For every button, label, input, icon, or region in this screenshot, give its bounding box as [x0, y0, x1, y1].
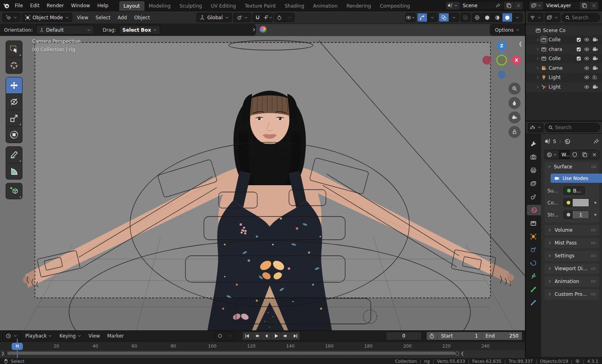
properties-tab-constraints[interactable]	[526, 258, 541, 268]
shading-dropdown[interactable]	[513, 13, 522, 22]
tool-annotate[interactable]	[6, 146, 22, 163]
strength-socket-button[interactable]	[564, 211, 573, 218]
properties-editor-dropdown[interactable]	[528, 123, 543, 132]
eye-icon[interactable]	[584, 84, 590, 90]
viewlayer-remove-button[interactable]	[589, 2, 598, 10]
workspace-tab-uv-editing[interactable]: UV Editing	[206, 1, 240, 11]
eye-icon[interactable]	[584, 37, 590, 42]
playback-last-button[interactable]	[291, 332, 300, 340]
properties-tab-object[interactable]	[526, 231, 541, 242]
strength-value[interactable]: 1	[573, 211, 589, 218]
timeline-menu-view[interactable]: View	[85, 332, 104, 340]
expand-icon[interactable]	[536, 47, 540, 51]
properties-tab-render[interactable]	[526, 152, 541, 162]
checkbox-icon[interactable]	[576, 37, 581, 42]
shading-solid[interactable]	[482, 13, 492, 22]
surface-shader-dropdown[interactable]: B...	[563, 186, 585, 195]
3d-viewport[interactable]: Camera Perspective (0) Collection | rig …	[0, 36, 525, 330]
viewport-menu-object[interactable]: Object	[130, 14, 153, 22]
eye-icon[interactable]	[584, 56, 590, 61]
workspace-tab-shading[interactable]: Shading	[280, 1, 309, 11]
shading-wireframe[interactable]	[472, 13, 482, 22]
color-widget[interactable]	[563, 198, 589, 207]
expand-icon[interactable]	[536, 75, 540, 79]
menu-render[interactable]: Render	[43, 2, 67, 10]
timeline-ruler[interactable]: 0 20406080100120140160180200220240	[0, 342, 525, 351]
pivot-dropdown[interactable]	[233, 13, 251, 22]
workspace-tab-rendering[interactable]: Rendering	[342, 1, 375, 11]
frame-end-field[interactable]: End250	[482, 332, 522, 340]
color-socket-button[interactable]	[564, 199, 573, 206]
drag-dots-icon[interactable]	[591, 164, 596, 170]
overlays-toggle[interactable]	[439, 13, 449, 22]
playback-play-button[interactable]	[271, 332, 281, 340]
nav-zoomin-button[interactable]	[508, 83, 521, 95]
options-dropdown[interactable]: Options	[490, 24, 525, 36]
timeline-menu-playback[interactable]: Playback	[22, 332, 56, 340]
playback-prevkey-button[interactable]	[252, 332, 262, 340]
panel-mist-pass[interactable]: Mist Pass	[545, 238, 599, 248]
nav-camview-button[interactable]	[508, 111, 521, 123]
fake-user-button[interactable]	[569, 150, 580, 159]
properties-tab-world[interactable]	[527, 205, 541, 215]
menu-help[interactable]: Help	[94, 2, 112, 10]
pin-icon[interactable]	[594, 139, 599, 144]
proportional-falloff-dropdown[interactable]	[285, 13, 294, 22]
frame-start-field[interactable]: Start1	[437, 332, 482, 340]
playback-prev-button[interactable]	[262, 332, 271, 340]
playback-nextkey-button[interactable]	[281, 332, 291, 340]
properties-tab-physics[interactable]	[526, 245, 541, 255]
timeline-editor-dropdown[interactable]	[2, 332, 20, 341]
auto-keying-toggle[interactable]	[215, 332, 225, 340]
workspace-tab-modeling[interactable]: Modeling	[144, 1, 175, 11]
blender-logo-icon[interactable]	[3, 2, 10, 9]
properties-tab-output[interactable]	[526, 165, 541, 176]
properties-tab-collection[interactable]	[526, 218, 541, 229]
camera-visibility-icon[interactable]	[592, 37, 598, 42]
camera-visibility-icon[interactable]	[592, 84, 598, 90]
panel-volume[interactable]: Volume	[545, 225, 599, 235]
outliner-filter-dropdown[interactable]	[528, 13, 543, 22]
workspace-tab-texture-paint[interactable]: Texture Paint	[240, 1, 280, 11]
panel-custom-properties[interactable]: Custom Properties	[545, 289, 599, 299]
use-preview-range-button[interactable]	[427, 332, 437, 340]
properties-tab-view-layer[interactable]	[526, 178, 541, 189]
scene-browse-button[interactable]	[446, 2, 460, 10]
properties-tab-tool[interactable]	[526, 139, 541, 149]
eye-icon[interactable]	[584, 75, 590, 80]
animate-dot[interactable]	[594, 202, 596, 204]
gizmos-toggle[interactable]	[417, 13, 427, 22]
workspace-tab-layout[interactable]: Layout	[119, 1, 144, 11]
menu-file[interactable]: File	[11, 2, 26, 10]
panel-settings[interactable]: Settings	[545, 251, 599, 261]
viewport-menu-add[interactable]: Add	[114, 14, 130, 22]
checkbox-icon[interactable]	[576, 47, 581, 52]
tool-cursor[interactable]	[6, 57, 22, 74]
expand-icon[interactable]	[536, 85, 540, 89]
snap-toggle[interactable]	[253, 13, 263, 22]
outliner-row-colle[interactable]: Colle	[526, 54, 602, 64]
current-frame-field[interactable]: 0	[386, 332, 422, 340]
workspace-tab-compositing[interactable]: Compositing	[375, 1, 414, 11]
camera-visibility-icon[interactable]	[592, 47, 598, 52]
strength-widget[interactable]: 1	[563, 210, 589, 219]
drag-mode-dropdown[interactable]: Select Box	[119, 25, 160, 34]
tool-select-box[interactable]	[6, 40, 22, 57]
scene-unlink-button[interactable]	[514, 2, 523, 10]
proportional-edit-toggle[interactable]	[275, 13, 285, 22]
tool-measure[interactable]	[6, 163, 22, 180]
camera-excluded-icon[interactable]	[592, 75, 598, 80]
outliner-row-chara[interactable]: chara	[526, 44, 602, 54]
navigation-gizmo[interactable]: Z X	[482, 38, 521, 79]
xray-toggle[interactable]	[461, 13, 470, 22]
panel-animation[interactable]: Animation	[545, 276, 599, 287]
expand-icon[interactable]	[536, 57, 540, 61]
timeline-menu-marker[interactable]: Marker	[104, 332, 127, 340]
expand-icon[interactable]	[536, 66, 540, 70]
properties-tab-bone-constraints[interactable]	[526, 297, 541, 308]
autokey-dropdown[interactable]	[225, 332, 235, 340]
use-nodes-button[interactable]: Use Nodes	[551, 174, 602, 183]
outliner-row-light[interactable]: Light	[526, 73, 602, 83]
properties-tab-bone[interactable]	[526, 284, 541, 295]
tool-add-cube[interactable]	[6, 183, 22, 199]
